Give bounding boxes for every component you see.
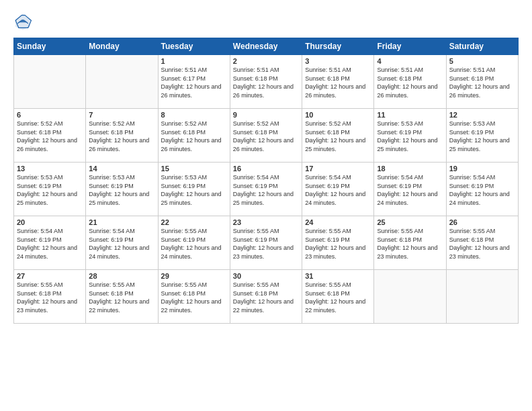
calendar-cell: 28Sunrise: 5:55 AM Sunset: 6:18 PM Dayli… <box>86 270 158 324</box>
day-info: Sunrise: 5:52 AM Sunset: 6:18 PM Dayligh… <box>161 120 227 153</box>
calendar-cell: 8Sunrise: 5:52 AM Sunset: 6:18 PM Daylig… <box>158 109 230 163</box>
calendar-cell: 14Sunrise: 5:53 AM Sunset: 6:19 PM Dayli… <box>86 163 158 216</box>
calendar-day-header: Friday <box>374 38 446 55</box>
day-info: Sunrise: 5:55 AM Sunset: 6:18 PM Dayligh… <box>89 281 154 314</box>
day-info: Sunrise: 5:51 AM Sunset: 6:18 PM Dayligh… <box>305 66 371 99</box>
calendar-cell <box>374 270 446 324</box>
day-info: Sunrise: 5:54 AM Sunset: 6:19 PM Dayligh… <box>17 227 83 261</box>
day-number: 27 <box>17 272 83 280</box>
calendar-cell <box>446 270 518 324</box>
day-info: Sunrise: 5:55 AM Sunset: 6:19 PM Dayligh… <box>305 227 371 261</box>
day-number: 8 <box>161 111 227 119</box>
day-info: Sunrise: 5:52 AM Sunset: 6:18 PM Dayligh… <box>305 120 371 153</box>
day-number: 9 <box>233 111 299 119</box>
calendar-cell: 16Sunrise: 5:54 AM Sunset: 6:19 PM Dayli… <box>230 163 302 216</box>
calendar-cell: 2Sunrise: 5:51 AM Sunset: 6:18 PM Daylig… <box>230 55 302 109</box>
day-info: Sunrise: 5:55 AM Sunset: 6:19 PM Dayligh… <box>161 227 227 261</box>
calendar-cell <box>86 55 158 109</box>
day-info: Sunrise: 5:54 AM Sunset: 6:19 PM Dayligh… <box>305 173 371 207</box>
day-number: 23 <box>233 218 299 226</box>
calendar-table: SundayMondayTuesdayWednesdayThursdayFrid… <box>13 38 519 324</box>
day-number: 24 <box>305 218 371 226</box>
logo-icon <box>13 12 32 31</box>
calendar-day-header: Saturday <box>446 38 518 55</box>
calendar-cell <box>14 55 86 109</box>
day-number: 1 <box>161 57 227 65</box>
day-info: Sunrise: 5:51 AM Sunset: 6:18 PM Dayligh… <box>449 66 515 99</box>
calendar-week-row: 20Sunrise: 5:54 AM Sunset: 6:19 PM Dayli… <box>14 216 519 270</box>
day-info: Sunrise: 5:52 AM Sunset: 6:18 PM Dayligh… <box>89 120 154 153</box>
day-info: Sunrise: 5:55 AM Sunset: 6:18 PM Dayligh… <box>233 281 299 314</box>
day-info: Sunrise: 5:53 AM Sunset: 6:19 PM Dayligh… <box>449 120 515 153</box>
day-number: 25 <box>377 218 443 226</box>
day-info: Sunrise: 5:51 AM Sunset: 6:18 PM Dayligh… <box>377 66 443 99</box>
calendar-cell: 31Sunrise: 5:55 AM Sunset: 6:18 PM Dayli… <box>302 270 374 324</box>
day-info: Sunrise: 5:55 AM Sunset: 6:18 PM Dayligh… <box>161 281 227 314</box>
calendar-cell: 22Sunrise: 5:55 AM Sunset: 6:19 PM Dayli… <box>158 216 230 270</box>
day-number: 14 <box>89 165 154 173</box>
calendar-cell: 1Sunrise: 5:51 AM Sunset: 6:17 PM Daylig… <box>158 55 230 109</box>
day-number: 20 <box>17 218 83 226</box>
calendar-day-header: Monday <box>86 38 158 55</box>
day-number: 11 <box>377 111 443 119</box>
day-number: 19 <box>449 165 515 173</box>
calendar-day-header: Tuesday <box>158 38 230 55</box>
day-number: 4 <box>377 57 443 65</box>
calendar-cell: 26Sunrise: 5:55 AM Sunset: 6:18 PM Dayli… <box>446 216 518 270</box>
page: SundayMondayTuesdayWednesdayThursdayFrid… <box>0 0 532 411</box>
day-number: 28 <box>89 272 154 280</box>
day-number: 22 <box>161 218 227 226</box>
day-number: 2 <box>233 57 299 65</box>
calendar-cell: 12Sunrise: 5:53 AM Sunset: 6:19 PM Dayli… <box>446 109 518 163</box>
day-number: 3 <box>305 57 371 65</box>
calendar-cell: 23Sunrise: 5:55 AM Sunset: 6:19 PM Dayli… <box>230 216 302 270</box>
day-number: 5 <box>449 57 515 65</box>
day-number: 12 <box>449 111 515 119</box>
day-number: 26 <box>449 218 515 226</box>
calendar-cell: 25Sunrise: 5:55 AM Sunset: 6:18 PM Dayli… <box>374 216 446 270</box>
day-number: 15 <box>161 165 227 173</box>
day-info: Sunrise: 5:55 AM Sunset: 6:18 PM Dayligh… <box>17 281 83 314</box>
calendar-cell: 5Sunrise: 5:51 AM Sunset: 6:18 PM Daylig… <box>446 55 518 109</box>
day-info: Sunrise: 5:53 AM Sunset: 6:19 PM Dayligh… <box>161 173 227 207</box>
header <box>13 12 519 31</box>
calendar-cell: 4Sunrise: 5:51 AM Sunset: 6:18 PM Daylig… <box>374 55 446 109</box>
calendar-day-header: Sunday <box>14 38 86 55</box>
calendar-cell: 9Sunrise: 5:52 AM Sunset: 6:18 PM Daylig… <box>230 109 302 163</box>
logo <box>13 12 35 31</box>
day-number: 10 <box>305 111 371 119</box>
calendar-cell: 21Sunrise: 5:54 AM Sunset: 6:19 PM Dayli… <box>86 216 158 270</box>
day-number: 16 <box>233 165 299 173</box>
calendar-week-row: 27Sunrise: 5:55 AM Sunset: 6:18 PM Dayli… <box>14 270 519 324</box>
calendar-cell: 6Sunrise: 5:52 AM Sunset: 6:18 PM Daylig… <box>14 109 86 163</box>
day-info: Sunrise: 5:51 AM Sunset: 6:18 PM Dayligh… <box>233 66 299 99</box>
calendar-week-row: 1Sunrise: 5:51 AM Sunset: 6:17 PM Daylig… <box>14 55 519 109</box>
calendar-day-header: Wednesday <box>230 38 302 55</box>
day-number: 18 <box>377 165 443 173</box>
day-info: Sunrise: 5:53 AM Sunset: 6:19 PM Dayligh… <box>377 120 443 153</box>
day-number: 21 <box>89 218 154 226</box>
day-info: Sunrise: 5:55 AM Sunset: 6:18 PM Dayligh… <box>305 281 371 314</box>
calendar-cell: 3Sunrise: 5:51 AM Sunset: 6:18 PM Daylig… <box>302 55 374 109</box>
day-info: Sunrise: 5:55 AM Sunset: 6:19 PM Dayligh… <box>233 227 299 261</box>
day-info: Sunrise: 5:55 AM Sunset: 6:18 PM Dayligh… <box>377 227 443 261</box>
calendar-cell: 13Sunrise: 5:53 AM Sunset: 6:19 PM Dayli… <box>14 163 86 216</box>
calendar-cell: 24Sunrise: 5:55 AM Sunset: 6:19 PM Dayli… <box>302 216 374 270</box>
calendar-cell: 7Sunrise: 5:52 AM Sunset: 6:18 PM Daylig… <box>86 109 158 163</box>
calendar-cell: 11Sunrise: 5:53 AM Sunset: 6:19 PM Dayli… <box>374 109 446 163</box>
calendar-cell: 29Sunrise: 5:55 AM Sunset: 6:18 PM Dayli… <box>158 270 230 324</box>
day-info: Sunrise: 5:54 AM Sunset: 6:19 PM Dayligh… <box>377 173 443 207</box>
day-number: 30 <box>233 272 299 280</box>
calendar-cell: 20Sunrise: 5:54 AM Sunset: 6:19 PM Dayli… <box>14 216 86 270</box>
day-number: 31 <box>305 272 371 280</box>
calendar-cell: 15Sunrise: 5:53 AM Sunset: 6:19 PM Dayli… <box>158 163 230 216</box>
day-number: 7 <box>89 111 154 119</box>
day-info: Sunrise: 5:54 AM Sunset: 6:19 PM Dayligh… <box>89 227 154 261</box>
day-info: Sunrise: 5:54 AM Sunset: 6:19 PM Dayligh… <box>233 173 299 207</box>
day-info: Sunrise: 5:53 AM Sunset: 6:19 PM Dayligh… <box>17 173 83 207</box>
calendar-cell: 18Sunrise: 5:54 AM Sunset: 6:19 PM Dayli… <box>374 163 446 216</box>
calendar-week-row: 13Sunrise: 5:53 AM Sunset: 6:19 PM Dayli… <box>14 163 519 216</box>
calendar-header-row: SundayMondayTuesdayWednesdayThursdayFrid… <box>14 38 519 55</box>
calendar-week-row: 6Sunrise: 5:52 AM Sunset: 6:18 PM Daylig… <box>14 109 519 163</box>
day-info: Sunrise: 5:51 AM Sunset: 6:17 PM Dayligh… <box>161 66 227 99</box>
